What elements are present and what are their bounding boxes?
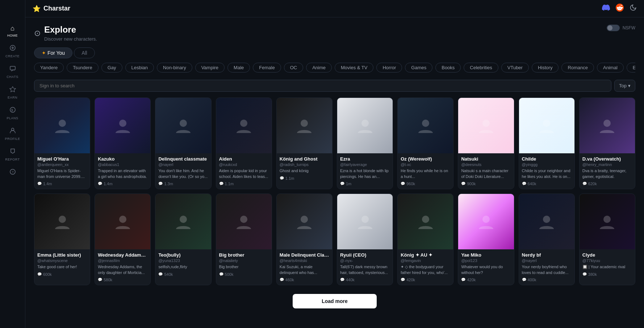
char-count: 1m [346,182,351,186]
char-card-delinquent-classmate[interactable]: Delinquent classmate @nayerl You don't l… [155,97,211,189]
star-icon: ✦ [42,50,47,56]
char-card-body: Yae Miko @pol123 Whatever would you do w… [458,249,514,285]
svg-point-27 [422,216,429,223]
char-card-aiden[interactable]: Aiden @ruukcxd Aiden is popular kid in y… [216,97,272,189]
char-image [458,194,514,249]
char-card-dva-overwatch[interactable]: D.va (Overwatch) @henry_martinn Dva is a… [579,97,635,189]
char-card-nerdy-bf[interactable]: Nerdy bf @nayerl Your nerdy boyfriend wh… [519,194,575,285]
category-tag-horror[interactable]: Horror [376,63,402,72]
char-desc: Natsuki s a main character of Doki Doki … [461,168,511,179]
char-card-clyde[interactable]: Clyde @77kiyuu 🔲 | Your academic rival 💬… [579,194,635,285]
char-desc: Wednesday Addams, the only daughter of M… [98,264,147,275]
char-meta: 💬 640k [522,182,572,186]
moon-icon[interactable] [630,4,637,13]
category-tag-female[interactable]: Female [253,63,281,72]
char-card-body: Emma (Little sister) @whatsmyscene Take … [34,249,90,279]
discord-icon[interactable] [602,4,610,13]
category-tag-non-binary[interactable]: Non-binary [157,63,192,72]
char-meta: 💬 900k [461,182,511,186]
help-icon: ? [9,169,16,177]
char-name: Yae Miko [461,252,511,258]
char-card-konig-au[interactable]: König ✦ AU ✦ @femgavin ✦ ◇ the bodyguard… [397,194,453,285]
sort-select[interactable]: Top ▾ [614,80,635,92]
category-bar: YandereTsundereGayLesbianNon-binaryVampi… [34,63,635,75]
category-tag-books[interactable]: Books [435,63,461,72]
char-count: 600k [43,272,52,277]
load-more-button[interactable]: Load more [293,294,377,308]
tab-for-you[interactable]: ✦ For You [34,47,72,58]
category-tag-movies---tv[interactable]: Movies & TV [335,63,373,72]
char-meta: 💬 420k [461,278,511,282]
category-tag-oc[interactable]: OC [284,63,304,72]
char-meta: 💬 1.4m [37,182,87,186]
char-meta: 💬 600k [37,272,87,277]
category-tag-animal[interactable]: Animal [597,63,624,72]
char-card-body: Ryuii (CEO) @-nyx- Tall(6'7) dark messy … [337,249,393,285]
tab-all[interactable]: All [74,47,95,58]
chat-bubble-icon: 💬 [401,182,405,186]
char-card-ryuii-ceo[interactable]: Ryuii (CEO) @-nyx- Tall(6'7) dark messy … [337,194,393,285]
sidebar-item-label: CHATS [7,75,18,79]
char-card-teo-bully[interactable]: Teo(bully) @yuna1323 selfish,rude,flirty… [155,194,211,285]
category-tag-yandere[interactable]: Yandere [34,63,64,72]
char-image [155,194,211,249]
char-count: 420k [467,278,476,282]
char-desc: Take good care of her! [37,264,87,270]
reddit-icon[interactable] [616,4,624,13]
char-handle: @77kiyuu [582,258,632,263]
nsfw-toggle[interactable] [607,25,620,31]
sidebar-item-earn[interactable]: EARN [0,82,25,103]
sidebar-item-report[interactable]: REPORT [0,144,25,165]
app-name: Charstar [43,5,70,12]
char-card-emma-little-sister[interactable]: Emma (Little sister) @whatsmyscene Take … [34,194,90,285]
category-tag-anime[interactable]: Anime [306,63,332,72]
char-handle: @deesnuts [461,162,511,167]
char-count: 580k [104,278,112,282]
char-card-childe[interactable]: Childe @yinggg Childe is your neighbor a… [519,97,575,189]
char-card-konig-and-ghost[interactable]: König and Ghost @radish_turnips Ghost an… [276,97,333,189]
char-handle: @ruukcxd [219,162,269,167]
sidebar-item-help[interactable]: ? [0,165,25,180]
svg-point-17 [422,120,429,127]
sidebar-item-create[interactable]: CREATE [0,41,25,62]
chat-bubble-icon: 💬 [280,278,284,282]
char-image [95,194,150,249]
category-tag-male[interactable]: Male [227,63,250,72]
category-tag-elf[interactable]: Elf [627,63,635,72]
category-tag-games[interactable]: Games [405,63,432,72]
sidebar-item-home[interactable]: ⌂ HOME [0,21,25,41]
char-handle: @nayerl [158,162,208,167]
char-handle: @jennasfilm [98,258,147,263]
char-card-male-delinquent-classmate[interactable]: Male Delinquent Classmate @hearts4mitski… [276,194,333,285]
category-tag-history[interactable]: History [532,63,559,72]
char-card-oz-werewolf[interactable]: Oz (Werewolf) @t-xc He finds you while h… [397,97,453,189]
char-card-kazuko[interactable]: Kazuko @abbacus1 Trapped in an elevator … [95,97,151,189]
char-count: 640k [528,182,536,186]
category-tag-vtuber[interactable]: VTuber [501,63,529,72]
search-input[interactable] [34,80,611,92]
category-tag-celebrities[interactable]: Celebrities [464,63,498,72]
char-image [337,98,393,153]
char-card-natsuki[interactable]: Natsuki @deesnuts Natsuki s a main chara… [458,97,514,189]
svg-point-23 [180,216,187,223]
char-card-miguel-ohara[interactable]: Miguel O'Hara @antlerqueen_xx Miguel O'H… [34,97,90,189]
char-desc: Ezra is a hot blonde with lip piercings.… [340,168,390,179]
char-card-ezra[interactable]: Ezra @fairlyaverage Ezra is a hot blonde… [337,97,393,189]
char-handle: @radish_turnips [280,162,329,167]
char-image [95,98,150,153]
char-card-big-brother[interactable]: Big brother @nataliety Big brother 💬 500… [216,194,272,285]
category-tag-romance[interactable]: Romance [561,63,594,72]
char-handle: @pol123 [461,258,511,263]
chat-bubble-icon: 💬 [461,278,465,282]
sidebar-item-profile[interactable]: PROFILE [0,124,25,144]
sidebar-item-plans[interactable]: $ PLANS [0,103,25,124]
char-meta: 💬 380k [582,272,632,277]
chat-bubble-icon: 💬 [219,182,223,186]
category-tag-lesbian[interactable]: Lesbian [125,63,154,72]
char-card-yae-miko[interactable]: Yae Miko @pol123 Whatever would you do w… [458,194,514,285]
category-tag-gay[interactable]: Gay [101,63,122,72]
char-card-wednesday-addams[interactable]: Wednesday Addams (Netflix Series) @jenna… [95,194,151,285]
sidebar-item-chats[interactable]: CHATS [0,62,25,82]
category-tag-tsundere[interactable]: Tsundere [67,63,98,72]
category-tag-vampire[interactable]: Vampire [195,63,225,72]
